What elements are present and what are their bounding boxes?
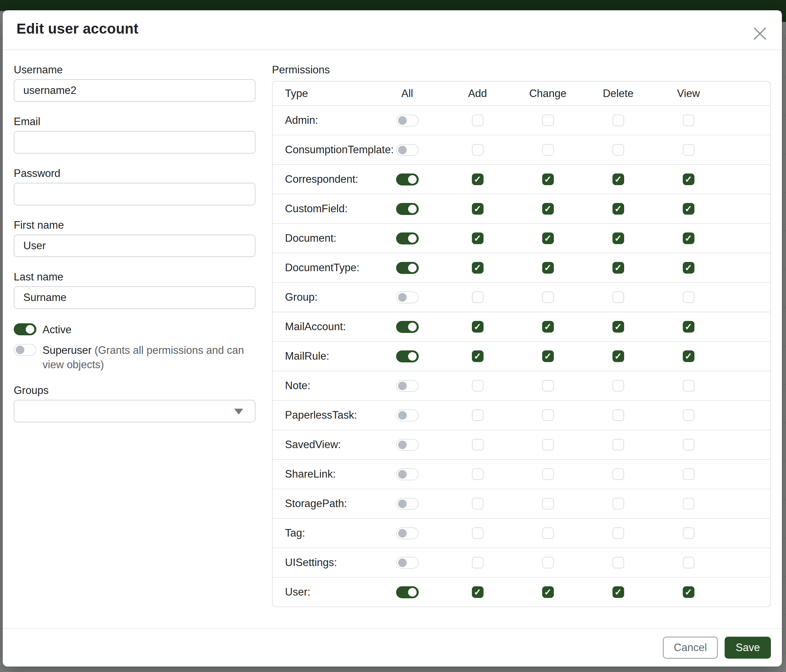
permission-change-checkbox[interactable] <box>542 498 554 509</box>
permission-delete-checkbox[interactable] <box>613 409 624 421</box>
permission-view-checkbox[interactable] <box>683 291 695 303</box>
permission-add-checkbox[interactable] <box>472 291 484 303</box>
permission-add-checkbox[interactable] <box>472 468 484 480</box>
permission-add-checkbox[interactable] <box>472 380 484 391</box>
permission-add-checkbox[interactable] <box>472 557 484 568</box>
permission-change-checkbox[interactable] <box>542 557 554 568</box>
permission-delete-checkbox[interactable] <box>613 527 624 539</box>
permission-change-checkbox[interactable] <box>542 203 554 215</box>
permission-add-checkbox[interactable] <box>472 321 484 333</box>
permission-view-checkbox[interactable] <box>683 527 695 539</box>
last-name-field[interactable] <box>14 286 255 309</box>
permission-change-checkbox[interactable] <box>542 291 554 303</box>
permission-all-toggle[interactable] <box>396 203 419 215</box>
email-field[interactable] <box>14 131 255 154</box>
permission-delete-checkbox[interactable] <box>613 203 624 215</box>
permission-add-checkbox[interactable] <box>472 232 484 244</box>
permission-change-checkbox[interactable] <box>542 144 554 155</box>
permission-all-toggle[interactable] <box>396 468 419 480</box>
permission-all-toggle[interactable] <box>396 527 419 539</box>
permission-view-checkbox[interactable] <box>683 586 695 598</box>
active-toggle[interactable] <box>14 323 36 335</box>
permission-delete-checkbox[interactable] <box>613 232 624 244</box>
permission-delete-checkbox[interactable] <box>613 321 624 333</box>
last-name-group: Last name <box>14 271 255 309</box>
permission-all-toggle[interactable] <box>396 262 419 274</box>
permission-delete-checkbox[interactable] <box>613 291 624 303</box>
superuser-toggle[interactable] <box>14 344 36 356</box>
save-button[interactable]: Save <box>725 637 771 659</box>
permission-view-checkbox[interactable] <box>683 557 695 568</box>
permission-all-toggle[interactable] <box>396 144 419 156</box>
permission-add-checkbox[interactable] <box>472 439 484 451</box>
permission-view-checkbox[interactable] <box>683 380 695 391</box>
permission-add-checkbox[interactable] <box>472 527 484 539</box>
close-button[interactable] <box>752 25 768 42</box>
permission-delete-checkbox[interactable] <box>613 498 624 509</box>
permission-change-checkbox[interactable] <box>542 468 554 480</box>
permission-view-checkbox[interactable] <box>683 498 695 509</box>
permission-all-toggle[interactable] <box>396 380 419 392</box>
password-field[interactable] <box>14 183 255 206</box>
permission-all-toggle[interactable] <box>396 350 419 363</box>
permission-view-checkbox[interactable] <box>683 262 695 273</box>
permission-view-checkbox[interactable] <box>683 232 695 244</box>
permission-delete-checkbox[interactable] <box>613 350 624 362</box>
permission-all-toggle[interactable] <box>396 232 419 245</box>
cancel-button[interactable]: Cancel <box>663 637 718 659</box>
permission-all-toggle[interactable] <box>396 291 419 303</box>
permission-view-checkbox[interactable] <box>683 115 695 126</box>
permission-view-checkbox[interactable] <box>683 439 695 451</box>
permission-change-checkbox[interactable] <box>542 350 554 362</box>
username-input[interactable] <box>14 79 255 102</box>
permission-add-checkbox[interactable] <box>472 498 484 509</box>
permission-view-checkbox[interactable] <box>683 350 695 362</box>
permission-change-checkbox[interactable] <box>542 232 554 244</box>
permission-view-checkbox[interactable] <box>683 321 695 333</box>
permission-all-toggle[interactable] <box>396 409 419 421</box>
permission-change-checkbox[interactable] <box>542 321 554 333</box>
permission-view-checkbox[interactable] <box>683 173 695 185</box>
permission-change-checkbox[interactable] <box>542 115 554 126</box>
permission-change-checkbox[interactable] <box>542 173 554 185</box>
permission-change-checkbox[interactable] <box>542 380 554 391</box>
permission-type-label: MailAccount: <box>273 320 372 333</box>
permission-add-checkbox[interactable] <box>472 144 484 155</box>
permission-add-checkbox[interactable] <box>472 262 484 273</box>
permission-change-checkbox[interactable] <box>542 262 554 273</box>
permission-delete-checkbox[interactable] <box>613 380 624 391</box>
permission-delete-checkbox[interactable] <box>613 468 624 480</box>
permission-delete-checkbox[interactable] <box>613 262 624 273</box>
first-name-field[interactable] <box>14 234 255 257</box>
groups-group: Groups <box>14 384 255 422</box>
permission-all-toggle[interactable] <box>396 557 419 569</box>
permission-add-checkbox[interactable] <box>472 586 484 598</box>
permission-delete-checkbox[interactable] <box>613 144 624 155</box>
permission-delete-checkbox[interactable] <box>613 557 624 568</box>
permission-add-checkbox[interactable] <box>472 203 484 215</box>
permission-all-toggle[interactable] <box>396 586 419 598</box>
permission-all-toggle[interactable] <box>396 115 419 127</box>
permission-view-checkbox[interactable] <box>683 468 695 480</box>
permission-all-toggle[interactable] <box>396 498 419 510</box>
permission-view-checkbox[interactable] <box>683 409 695 421</box>
permission-add-checkbox[interactable] <box>472 173 484 185</box>
permission-all-toggle[interactable] <box>396 321 419 333</box>
permission-add-checkbox[interactable] <box>472 409 484 421</box>
permission-change-checkbox[interactable] <box>542 586 554 598</box>
permission-change-checkbox[interactable] <box>542 409 554 421</box>
permission-add-checkbox[interactable] <box>472 350 484 362</box>
permission-view-checkbox[interactable] <box>683 144 695 155</box>
permission-change-checkbox[interactable] <box>542 439 554 451</box>
permission-add-checkbox[interactable] <box>472 115 484 126</box>
permission-view-checkbox[interactable] <box>683 203 695 215</box>
permission-change-checkbox[interactable] <box>542 527 554 539</box>
permission-delete-checkbox[interactable] <box>613 586 624 598</box>
permission-delete-checkbox[interactable] <box>613 173 624 185</box>
first-name-group: First name <box>14 219 255 257</box>
permission-delete-checkbox[interactable] <box>613 439 624 451</box>
permission-all-toggle[interactable] <box>396 439 419 451</box>
groups-select[interactable] <box>14 400 255 422</box>
permission-all-toggle[interactable] <box>396 173 419 185</box>
permission-delete-checkbox[interactable] <box>613 115 624 126</box>
